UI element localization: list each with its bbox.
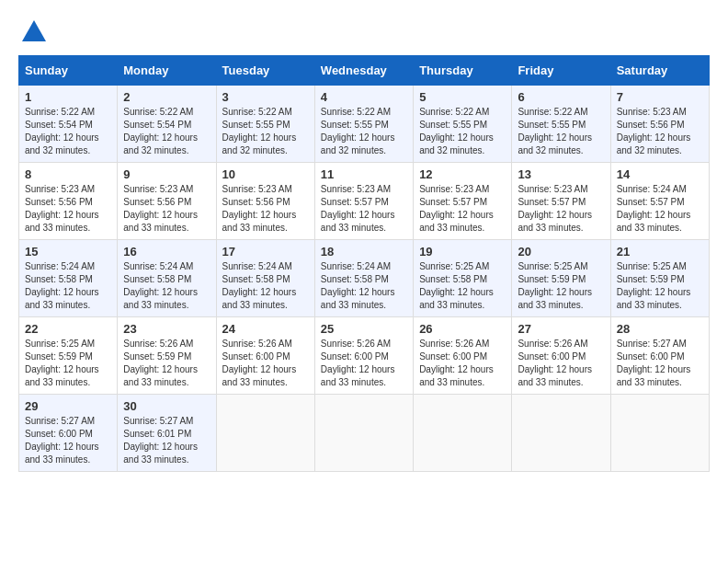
daylight-text: Daylight: 12 hours	[25, 132, 99, 143]
sunrise-text: Sunrise: 5:22 AM	[518, 107, 587, 117]
day-info: Sunrise: 5:25 AMSunset: 5:58 PMDaylight:…	[419, 260, 506, 312]
day-info: Sunrise: 5:25 AMSunset: 5:59 PMDaylight:…	[617, 260, 703, 312]
day-number: 29	[25, 399, 111, 413]
daylight-text2: and 33 minutes.	[123, 377, 188, 387]
daylight-text2: and 32 minutes.	[222, 145, 288, 155]
day-number: 6	[518, 90, 604, 104]
daylight-text2: and 32 minutes.	[321, 145, 386, 155]
sunrise-text: Sunrise: 5:27 AM	[617, 339, 687, 349]
daylight-text: Daylight: 12 hours	[617, 287, 691, 297]
day-number: 11	[321, 167, 407, 181]
day-number: 17	[222, 245, 309, 259]
calendar-cell: 1Sunrise: 5:22 AMSunset: 5:54 PMDaylight…	[19, 86, 118, 163]
day-number: 7	[617, 90, 703, 104]
daylight-text: Daylight: 12 hours	[222, 132, 297, 143]
day-number: 1	[25, 90, 111, 104]
day-number: 23	[123, 322, 210, 336]
sunset-text: Sunset: 5:59 PM	[518, 274, 586, 284]
calendar-cell	[414, 395, 512, 472]
daylight-text: Daylight: 12 hours	[617, 132, 691, 143]
daylight-text2: and 33 minutes.	[321, 300, 386, 310]
calendar-cell: 19Sunrise: 5:25 AMSunset: 5:58 PMDayligh…	[414, 240, 512, 317]
sunrise-text: Sunrise: 5:23 AM	[222, 184, 292, 194]
sunset-text: Sunset: 5:58 PM	[419, 274, 487, 284]
daylight-text2: and 33 minutes.	[222, 377, 288, 387]
day-number: 21	[617, 245, 703, 259]
day-number: 18	[321, 245, 407, 259]
sunset-text: Sunset: 6:01 PM	[123, 429, 191, 439]
daylight-text2: and 33 minutes.	[222, 223, 288, 233]
sunrise-text: Sunrise: 5:26 AM	[222, 339, 292, 349]
day-info: Sunrise: 5:23 AMSunset: 5:56 PMDaylight:…	[123, 183, 210, 235]
day-info: Sunrise: 5:23 AMSunset: 5:57 PMDaylight:…	[419, 183, 506, 235]
daylight-text: Daylight: 12 hours	[123, 287, 198, 297]
daylight-text2: and 32 minutes.	[617, 145, 682, 155]
sunset-text: Sunset: 5:57 PM	[419, 197, 487, 207]
sunrise-text: Sunrise: 5:24 AM	[617, 184, 687, 194]
daylight-text2: and 32 minutes.	[419, 145, 484, 155]
daylight-text2: and 33 minutes.	[123, 223, 188, 233]
sunset-text: Sunset: 5:54 PM	[25, 120, 93, 130]
sunset-text: Sunset: 5:56 PM	[222, 197, 290, 207]
sunrise-text: Sunrise: 5:23 AM	[321, 184, 391, 194]
day-number: 5	[419, 90, 506, 104]
day-number: 14	[617, 167, 703, 181]
sunset-text: Sunset: 6:00 PM	[222, 351, 290, 362]
sunrise-text: Sunrise: 5:24 AM	[123, 261, 193, 271]
day-info: Sunrise: 5:23 AMSunset: 5:56 PMDaylight:…	[25, 183, 111, 235]
sunrise-text: Sunrise: 5:23 AM	[419, 184, 489, 194]
calendar-cell: 28Sunrise: 5:27 AMSunset: 6:00 PMDayligh…	[610, 317, 709, 395]
sunset-text: Sunset: 5:55 PM	[222, 120, 290, 130]
sunset-text: Sunset: 6:00 PM	[321, 351, 389, 362]
sunset-text: Sunset: 6:00 PM	[518, 351, 586, 362]
daylight-text2: and 33 minutes.	[419, 223, 484, 233]
daylight-text: Daylight: 12 hours	[617, 210, 691, 220]
daylight-text: Daylight: 12 hours	[617, 364, 691, 374]
day-number: 25	[321, 322, 407, 336]
daylight-text: Daylight: 12 hours	[123, 132, 198, 143]
calendar-week-row: 8Sunrise: 5:23 AMSunset: 5:56 PMDaylight…	[19, 163, 710, 240]
daylight-text: Daylight: 12 hours	[518, 210, 592, 220]
sunrise-text: Sunrise: 5:26 AM	[419, 339, 489, 349]
day-number: 2	[123, 90, 210, 104]
daylight-text2: and 33 minutes.	[518, 377, 583, 387]
daylight-text2: and 32 minutes.	[518, 145, 583, 155]
sunrise-text: Sunrise: 5:23 AM	[518, 184, 587, 194]
day-info: Sunrise: 5:24 AMSunset: 5:57 PMDaylight:…	[617, 183, 703, 235]
sunset-text: Sunset: 5:59 PM	[123, 351, 191, 362]
day-number: 10	[222, 167, 309, 181]
day-info: Sunrise: 5:23 AMSunset: 5:57 PMDaylight:…	[321, 183, 407, 235]
daylight-text: Daylight: 12 hours	[321, 210, 395, 220]
daylight-text: Daylight: 12 hours	[321, 287, 395, 297]
sunset-text: Sunset: 5:58 PM	[222, 274, 290, 284]
daylight-text: Daylight: 12 hours	[419, 364, 494, 374]
daylight-text: Daylight: 12 hours	[123, 210, 198, 220]
calendar-table: Sunday Monday Tuesday Wednesday Thursday…	[18, 55, 710, 472]
logo	[18, 18, 48, 46]
day-info: Sunrise: 5:22 AMSunset: 5:54 PMDaylight:…	[123, 106, 210, 157]
calendar-header	[18, 18, 710, 46]
header-friday: Friday	[512, 56, 610, 86]
daylight-text2: and 33 minutes.	[419, 377, 484, 387]
sunrise-text: Sunrise: 5:23 AM	[123, 184, 193, 194]
day-number: 8	[25, 167, 111, 181]
calendar-cell: 22Sunrise: 5:25 AMSunset: 5:59 PMDayligh…	[19, 317, 118, 395]
daylight-text2: and 33 minutes.	[518, 223, 583, 233]
day-number: 28	[617, 322, 703, 336]
daylight-text2: and 33 minutes.	[617, 223, 682, 233]
sunset-text: Sunset: 5:54 PM	[123, 120, 191, 130]
daylight-text: Daylight: 12 hours	[518, 132, 592, 143]
calendar-cell: 8Sunrise: 5:23 AMSunset: 5:56 PMDaylight…	[19, 163, 118, 240]
calendar-cell: 30Sunrise: 5:27 AMSunset: 6:01 PMDayligh…	[118, 395, 216, 472]
calendar-cell: 20Sunrise: 5:25 AMSunset: 5:59 PMDayligh…	[512, 240, 610, 317]
day-info: Sunrise: 5:26 AMSunset: 6:00 PMDaylight:…	[419, 338, 506, 389]
day-number: 26	[419, 322, 506, 336]
daylight-text2: and 33 minutes.	[25, 454, 90, 465]
calendar-cell: 27Sunrise: 5:26 AMSunset: 6:00 PMDayligh…	[512, 317, 610, 395]
daylight-text2: and 33 minutes.	[25, 223, 90, 233]
day-info: Sunrise: 5:23 AMSunset: 5:56 PMDaylight:…	[617, 106, 703, 157]
daylight-text: Daylight: 12 hours	[222, 210, 297, 220]
header-monday: Monday	[118, 56, 216, 86]
day-info: Sunrise: 5:27 AMSunset: 6:00 PMDaylight:…	[617, 338, 703, 389]
daylight-text2: and 33 minutes.	[419, 300, 484, 310]
